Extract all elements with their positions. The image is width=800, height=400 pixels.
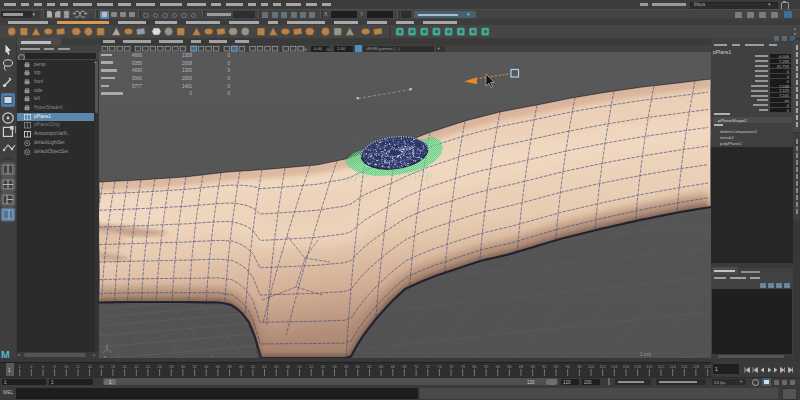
svg-text:12: 12 [76, 364, 80, 369]
svg-text:100: 100 [588, 364, 595, 369]
svg-text:22: 22 [134, 364, 138, 369]
svg-text:108: 108 [634, 364, 641, 369]
svg-text:96: 96 [566, 364, 570, 369]
svg-text:10: 10 [64, 364, 69, 369]
svg-text:2: 2 [19, 364, 21, 369]
svg-text:60: 60 [356, 364, 361, 369]
svg-text:72: 72 [426, 364, 430, 369]
svg-text:38: 38 [227, 364, 231, 369]
svg-text:54: 54 [321, 364, 326, 369]
svg-text:1 unit: 1 unit [640, 352, 652, 357]
svg-text:56: 56 [332, 364, 336, 369]
svg-text:78: 78 [461, 364, 465, 369]
svg-text:48: 48 [286, 364, 290, 369]
svg-text:92: 92 [542, 364, 546, 369]
svg-text:20: 20 [122, 364, 127, 369]
svg-text:120: 120 [704, 364, 711, 369]
svg-text:114: 114 [669, 364, 676, 369]
svg-text:98: 98 [577, 364, 581, 369]
svg-text:104: 104 [611, 364, 618, 369]
svg-text:90: 90 [531, 364, 536, 369]
svg-text:102: 102 [599, 364, 606, 369]
svg-text:16: 16 [99, 364, 103, 369]
svg-text:44: 44 [262, 364, 267, 369]
svg-text:118: 118 [693, 364, 699, 369]
svg-text:34: 34 [204, 364, 209, 369]
svg-text:80: 80 [472, 364, 477, 369]
svg-text:26: 26 [157, 364, 161, 369]
svg-text:116: 116 [681, 364, 687, 369]
svg-text:76: 76 [449, 364, 453, 369]
svg-text:106: 106 [623, 364, 630, 369]
svg-text:74: 74 [437, 364, 442, 369]
svg-text:68: 68 [402, 364, 406, 369]
svg-text:18: 18 [111, 364, 115, 369]
svg-text:82: 82 [484, 364, 488, 369]
svg-text:86: 86 [507, 364, 511, 369]
svg-text:42: 42 [251, 364, 255, 369]
svg-text:50: 50 [297, 364, 302, 369]
svg-text:110: 110 [646, 364, 653, 369]
svg-text:6: 6 [42, 364, 44, 369]
svg-text:46: 46 [274, 364, 278, 369]
svg-text:4: 4 [30, 364, 33, 369]
svg-text:62: 62 [367, 364, 371, 369]
svg-text:112: 112 [658, 364, 664, 369]
svg-text:28: 28 [169, 364, 173, 369]
svg-text:64: 64 [379, 364, 384, 369]
svg-text:84: 84 [496, 364, 501, 369]
svg-text:14: 14 [87, 364, 92, 369]
svg-text:36: 36 [216, 364, 220, 369]
svg-text:24: 24 [146, 364, 151, 369]
svg-text:40: 40 [239, 364, 244, 369]
svg-text:70: 70 [414, 364, 419, 369]
svg-text:66: 66 [391, 364, 395, 369]
svg-text:8: 8 [54, 364, 56, 369]
svg-text:94: 94 [554, 364, 559, 369]
svg-text:30: 30 [181, 364, 186, 369]
svg-text:52: 52 [309, 364, 313, 369]
svg-text:58: 58 [344, 364, 348, 369]
svg-text:88: 88 [519, 364, 523, 369]
svg-text:32: 32 [192, 364, 196, 369]
